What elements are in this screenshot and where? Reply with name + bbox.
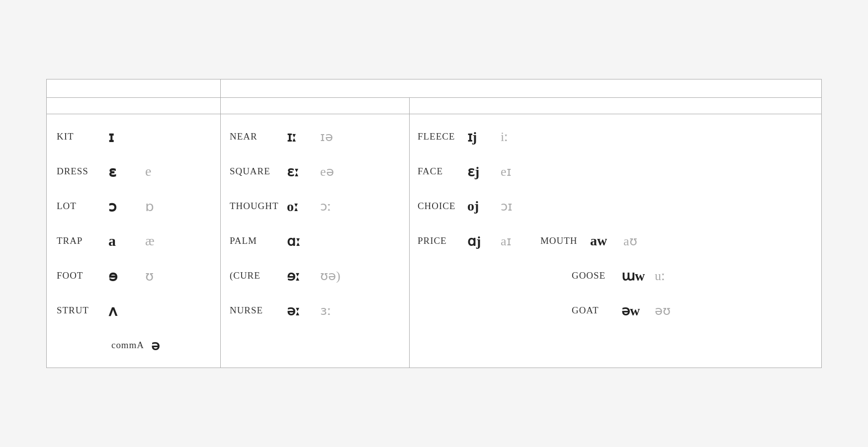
list-item: PRICE ɑj aɪ MOUTH aw aʊ <box>410 224 821 258</box>
vowel-word: STRUT <box>57 305 101 316</box>
vowel-word: LOT <box>57 201 101 212</box>
ipa-primary: ɛː <box>287 163 314 180</box>
header-empty <box>47 98 221 114</box>
list-item: GOOSE ɯw uː <box>410 258 821 293</box>
vowel-word: SQUARE <box>230 166 282 177</box>
vowel-word: NURSE <box>230 305 282 316</box>
list-item: SQUARE ɛː eə <box>221 154 409 189</box>
list-item: FOOT ɘ ʊ <box>47 258 220 293</box>
diph-entry-right: MOUTH aw aʊ <box>540 233 648 249</box>
list-item: NURSE əː ɜː <box>221 293 409 328</box>
vowel-word: FLEECE <box>418 131 462 142</box>
vowel-word: CHOICE <box>418 201 462 212</box>
ipa-primary: ɘː <box>287 268 314 284</box>
ipa-primary: ɘ <box>108 267 138 285</box>
ipa-primary: ʌ <box>108 302 138 319</box>
ipa-primary: ɪː <box>287 129 314 145</box>
ipa-secondary: ɒ <box>145 198 170 215</box>
ipa-secondary: aɪ <box>501 233 525 249</box>
ipa-primary: a <box>108 232 138 249</box>
header-linking-r <box>221 98 410 114</box>
list-item: PALM ɑː <box>221 224 409 258</box>
vowel-word: NEAR <box>230 131 282 142</box>
header-long-tense <box>221 79 821 97</box>
diph-entry-right: GOOSE ɯw uː <box>572 268 680 284</box>
ipa-secondary: ɜː <box>320 303 332 318</box>
col-short-lax: KIT ɪ DRESS ɛ e LOT ɔ ɒ TRAP a æ FOOT ɘ … <box>47 114 221 368</box>
list-item: CHOICE oj ɔɪ <box>410 189 821 224</box>
ipa-secondary: əʊ <box>655 303 680 318</box>
vowel-word: TRAP <box>57 235 101 246</box>
list-item: STRUT ʌ <box>47 293 220 328</box>
list-item: LOT ɔ ɒ <box>47 189 220 224</box>
header-row-2 <box>47 98 821 114</box>
ipa-primary: oj <box>467 198 495 214</box>
list-item: KIT ɪ <box>47 119 220 154</box>
ipa-secondary: ʊə) <box>320 268 341 284</box>
list-item: commA ə <box>47 328 220 363</box>
list-item: GOAT əw əʊ <box>410 293 821 328</box>
diph-entry-left: FACE ɛj eɪ <box>418 163 525 180</box>
ipa-primary: ɛj <box>467 163 495 180</box>
ipa-primary: ɑː <box>287 233 314 249</box>
ipa-secondary: ɔː <box>320 199 332 214</box>
vowel-word: (CURE <box>230 270 282 281</box>
content-area: KIT ɪ DRESS ɛ e LOT ɔ ɒ TRAP a æ FOOT ɘ … <box>47 114 821 368</box>
vowel-word: commA <box>111 340 144 351</box>
ipa-primary: ɛ <box>108 163 138 180</box>
ipa-primary: əw <box>621 302 649 319</box>
diph-entry-left: PRICE ɑj aɪ <box>418 233 525 249</box>
ipa-primary: ə <box>151 337 160 354</box>
ipa-secondary: uː <box>655 268 680 284</box>
vowel-word: KIT <box>57 131 101 142</box>
diph-entry-left: FLEECE ɪj iː <box>418 129 525 145</box>
ipa-secondary: iː <box>501 129 525 145</box>
col-linking-r: NEAR ɪː ɪə SQUARE ɛː eə THOUGHT oː ɔː PA… <box>221 114 410 368</box>
ipa-secondary: eə <box>320 164 334 179</box>
vowel-word: GOAT <box>572 305 616 316</box>
ipa-primary: aw <box>590 233 617 249</box>
list-item: FLEECE ɪj iː <box>410 119 821 154</box>
vowel-word: FACE <box>418 166 462 177</box>
vowel-word: DRESS <box>57 166 101 177</box>
ipa-primary: oː <box>287 198 314 215</box>
vowel-word: MOUTH <box>540 235 585 246</box>
vowel-word: PRICE <box>418 235 462 246</box>
vowel-word: FOOT <box>57 270 101 281</box>
vowel-table: KIT ɪ DRESS ɛ e LOT ɔ ɒ TRAP a æ FOOT ɘ … <box>46 79 822 368</box>
header-row-1 <box>47 79 821 98</box>
diph-entry-left: CHOICE oj ɔɪ <box>418 198 525 214</box>
vowel-word: THOUGHT <box>230 201 282 212</box>
ipa-secondary: ɔɪ <box>501 199 525 214</box>
header-short-lax <box>47 79 221 97</box>
list-item: NEAR ɪː ɪə <box>221 119 409 154</box>
ipa-secondary: æ <box>145 233 170 249</box>
ipa-primary: ɪ <box>108 128 138 146</box>
ipa-secondary: ʊ <box>145 268 170 284</box>
list-item: TRAP a æ <box>47 224 220 258</box>
ipa-primary: ɪj <box>467 129 495 145</box>
ipa-primary: ɑj <box>467 233 495 249</box>
ipa-secondary: e <box>145 163 170 179</box>
vowel-word: PALM <box>230 235 282 246</box>
col-diphthongs: FLEECE ɪj iː FACE ɛj eɪ CHOICE oj ɔɪ PRI… <box>410 114 821 368</box>
list-item: FACE ɛj eɪ <box>410 154 821 189</box>
header-diphthongs <box>410 98 821 114</box>
diph-entry-right: GOAT əw əʊ <box>572 302 680 319</box>
vowel-word: GOOSE <box>572 270 616 281</box>
list-item: DRESS ɛ e <box>47 154 220 189</box>
ipa-primary: əː <box>287 302 314 319</box>
ipa-secondary: ɪə <box>320 129 333 145</box>
list-item: THOUGHT oː ɔː <box>221 189 409 224</box>
list-item: (CURE ɘː ʊə) <box>221 258 409 293</box>
ipa-primary: ɯw <box>621 268 649 284</box>
ipa-secondary: eɪ <box>501 164 525 179</box>
ipa-secondary: aʊ <box>623 233 648 249</box>
ipa-primary: ɔ <box>108 198 138 215</box>
